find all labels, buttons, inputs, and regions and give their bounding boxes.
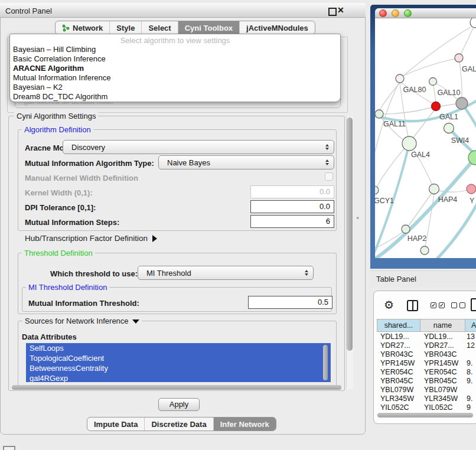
- node-label: GAL: [462, 65, 476, 73]
- column-header-name[interactable]: name: [420, 319, 465, 332]
- table-row[interactable]: YDR27... YDR27... 12: [0, 341, 476, 350]
- node-partial-top[interactable]: [470, 18, 476, 28]
- control-panel-titlebar[interactable]: [0, 3, 366, 18]
- minimize-traffic-light-icon[interactable]: [392, 9, 399, 17]
- cell-shared-name: YLR345W: [380, 394, 419, 403]
- tab-discretize-data[interactable]: Discretize Data: [145, 418, 213, 431]
- network-canvas[interactable]: GAL GAL80 GAL10 GAL1 GAL11 SWI4 GAL4 GCY…: [375, 18, 476, 258]
- tab-infer-network[interactable]: Infer Network: [214, 418, 276, 431]
- select-all-checkbox-icon[interactable]: ✓: [431, 302, 436, 308]
- algorithm-option[interactable]: Bayesian – Hill Climbing: [10, 45, 340, 54]
- node-pink-y[interactable]: [467, 184, 476, 194]
- node-gal11[interactable]: [375, 110, 383, 118]
- close-icon[interactable]: ✕: [337, 5, 344, 15]
- aracne-mode-combo[interactable]: Discovery: [63, 140, 334, 154]
- node-gray[interactable]: [456, 97, 468, 109]
- manual-kernel-checkbox[interactable]: [325, 172, 333, 181]
- tab-cyni-toolbox[interactable]: Cyni Toolbox: [178, 21, 240, 34]
- close-traffic-light-icon[interactable]: [379, 9, 387, 17]
- float-window-icon[interactable]: [328, 8, 337, 16]
- node-label: HAP4: [438, 195, 458, 204]
- which-threshold-value: MI Threshold: [146, 269, 191, 278]
- node-label: GAL4: [411, 151, 430, 159]
- algorithm-option[interactable]: Dream8 DC_TDC Algorithm: [10, 92, 340, 102]
- node-label: GAL1: [439, 113, 458, 121]
- table-row[interactable]: YPR145W YPR145W 9.: [0, 359, 476, 368]
- tab-network[interactable]: Network: [56, 21, 110, 34]
- table-row[interactable]: YIL052C YIL052C 9: [0, 403, 476, 410]
- algorithm-option[interactable]: Mutual Information Inference: [10, 73, 340, 83]
- manual-kernel-label: Manual Kernel Width Definition: [25, 174, 138, 182]
- mi-threshold-label: Mutual Information Threshold:: [28, 299, 139, 308]
- table-row[interactable]: YBR045C YBR045C 9.: [0, 377, 476, 386]
- column-header-partial[interactable]: A: [465, 319, 476, 332]
- cell-name: YBR043C: [424, 350, 463, 358]
- kernel-width-field[interactable]: 0.0: [250, 185, 334, 198]
- screen: Control Panel ✕ Network Style Select Cyn…: [0, 0, 476, 450]
- tab-jactivemnodules[interactable]: jActiveMNodules: [240, 21, 315, 34]
- network-node-labels: GAL GAL80 GAL10 GAL1 GAL11 SWI4 GAL4 GCY…: [375, 65, 476, 243]
- table-row[interactable]: YLR345W YLR345W 9.: [0, 394, 476, 403]
- combo-spinner-icon: [305, 270, 308, 276]
- node-hap2[interactable]: [402, 225, 410, 233]
- cell-name: YBL079W: [424, 386, 463, 394]
- algorithm-dropdown-popup: Select algorithm to view settings Bayesi…: [9, 34, 341, 102]
- table-row[interactable]: YBR043C YBR043C: [0, 350, 476, 359]
- node-gcy1[interactable]: [375, 186, 379, 194]
- node-gal4[interactable]: [402, 136, 416, 151]
- cell-value: 13: [467, 332, 476, 341]
- cyni-algorithm-settings-title: Cyni Algorithm Settings: [14, 112, 98, 120]
- algorithm-option[interactable]: Basic Correlation Inference: [10, 54, 340, 64]
- select-all-checkbox-icon[interactable]: ✓: [439, 302, 445, 308]
- bottom-left-partial-icon: [3, 446, 15, 450]
- node-hap4[interactable]: [429, 184, 439, 194]
- table-row[interactable]: YBL079W YBL079W: [0, 386, 476, 394]
- node-label: GCY1: [375, 197, 394, 205]
- mi-threshold-field[interactable]: 0.5: [248, 296, 332, 309]
- dpi-tolerance-field[interactable]: 0.0: [250, 200, 334, 213]
- tab-select[interactable]: Select: [142, 21, 178, 34]
- mi-type-combo[interactable]: Naive Bayes: [158, 155, 334, 169]
- kernel-width-label: Kernel Width (0,1):: [25, 188, 93, 197]
- gear-icon[interactable]: ⚙: [384, 299, 394, 311]
- hub-definition-toggle[interactable]: Hub/Transcription Factor Definition: [25, 234, 157, 243]
- which-threshold-combo[interactable]: MI Threshold: [138, 266, 314, 280]
- expand-right-icon: [152, 235, 157, 242]
- tab-cyni-toolbox-label: Cyni Toolbox: [185, 24, 233, 32]
- column-header-shared-name[interactable]: shared...: [377, 319, 420, 332]
- node-red[interactable]: [432, 102, 441, 111]
- combo-spinner-icon: [325, 159, 329, 165]
- network-window-titlebar[interactable]: [375, 8, 476, 18]
- cell-shared-name: YBR045C: [380, 377, 419, 385]
- table-row[interactable]: YER054C YER054C 8.: [0, 368, 476, 377]
- deselect-all-checkbox-icon[interactable]: [459, 302, 465, 308]
- node-gal10[interactable]: [429, 78, 437, 86]
- cell-value: 9.: [467, 377, 476, 385]
- cell-shared-name: YPR145W: [380, 359, 419, 367]
- node-gal-top[interactable]: [455, 54, 463, 62]
- panel-splitter-handle[interactable]: ◂: [356, 216, 359, 220]
- node-gal80[interactable]: [396, 74, 404, 83]
- deselect-all-checkbox-icon[interactable]: [451, 302, 457, 308]
- table-hscrollbar-thumb[interactable]: [377, 413, 473, 418]
- new-table-icon[interactable]: [471, 298, 476, 311]
- combo-spinner-icon: [325, 144, 329, 150]
- node-label: GAL10: [438, 89, 461, 97]
- algorithm-popup-placeholder: Select algorithm to view settings: [10, 36, 340, 45]
- network-tab-icon: [62, 24, 70, 32]
- node-bottom-partial[interactable]: [420, 246, 429, 255]
- table-row[interactable]: YDL19... YDL19... 13: [0, 332, 476, 341]
- column-browser-icon[interactable]: [407, 300, 418, 311]
- mi-steps-field[interactable]: 6: [250, 215, 334, 228]
- node-swi4[interactable]: [444, 123, 454, 133]
- maximize-traffic-light-icon[interactable]: [404, 9, 412, 17]
- tab-style[interactable]: Style: [110, 21, 142, 34]
- algorithm-option-selected[interactable]: ARACNE Algorithm: [10, 64, 340, 73]
- sources-toggle[interactable]: Sources for Network Inference: [22, 317, 142, 325]
- tab-infer-network-label: Infer Network: [220, 420, 269, 429]
- cell-shared-name: YIL052C: [380, 403, 419, 410]
- node-label: GAL11: [383, 120, 406, 128]
- algorithm-option[interactable]: Bayesian – K2: [10, 83, 340, 92]
- tab-impute-data[interactable]: Impute Data: [87, 418, 145, 431]
- settings-scrollbar-thumb[interactable]: [347, 118, 353, 351]
